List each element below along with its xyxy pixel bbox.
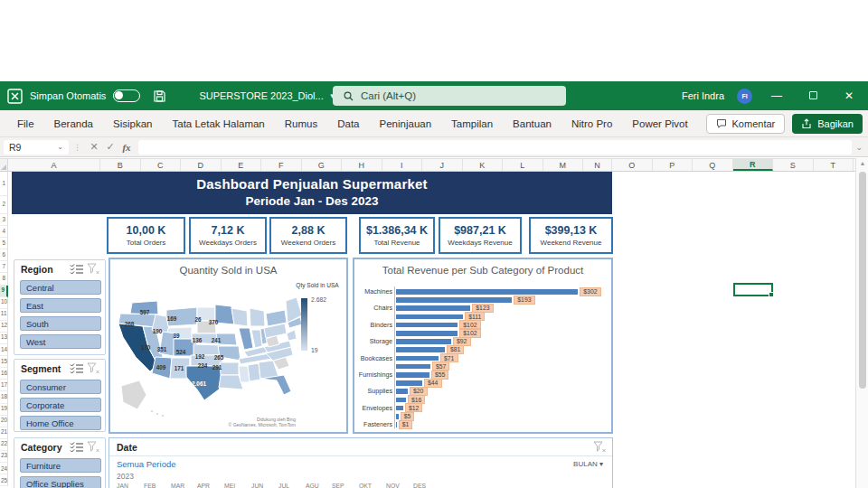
timeline-month-jun[interactable]: JUN xyxy=(251,483,263,488)
row-header-17[interactable]: 17 xyxy=(0,380,8,391)
slicer-item-central[interactable]: Central xyxy=(20,280,101,295)
comments-button[interactable]: Komentar xyxy=(706,114,786,134)
timeline-month-apr[interactable]: APR xyxy=(197,483,210,488)
enter-icon[interactable]: ✓ xyxy=(102,141,118,153)
slicer-item-furniture[interactable]: Furniture xyxy=(20,458,101,473)
row-header-6[interactable]: 6 xyxy=(0,249,8,261)
ribbon-tab-bantuan[interactable]: Bantuan xyxy=(503,113,561,135)
ribbon-tab-data[interactable]: Data xyxy=(327,113,369,135)
timeline-month-jan[interactable]: JAN xyxy=(117,483,128,488)
ribbon-tab-tampilan[interactable]: Tampilan xyxy=(441,113,503,135)
slicer-item-consumer[interactable]: Consumer xyxy=(20,380,101,394)
column-header-K[interactable]: K xyxy=(463,159,504,171)
name-box[interactable]: R9 ⌄ xyxy=(4,140,69,155)
user-name[interactable]: Feri Indra xyxy=(682,90,724,101)
column-header-P[interactable]: P xyxy=(653,159,693,171)
selected-cell-R9[interactable] xyxy=(733,283,773,296)
row-header-9[interactable]: 9 xyxy=(0,286,8,297)
ribbon-tab-file[interactable]: File xyxy=(7,113,44,135)
column-header-E[interactable]: E xyxy=(222,159,262,171)
timeline-month-mar[interactable]: MAR xyxy=(171,483,184,488)
scroll-up-icon[interactable]: ▲ xyxy=(856,160,868,166)
slicer-item-home-office[interactable]: Home Office xyxy=(20,416,101,430)
minimize-button[interactable]: — xyxy=(765,89,788,102)
row-header-10[interactable]: 10 xyxy=(0,297,8,309)
row-header-18[interactable]: 18 xyxy=(0,391,8,403)
slicer-item-east[interactable]: East xyxy=(20,298,101,313)
multiselect-icon[interactable] xyxy=(70,362,84,374)
timeline-month-sep[interactable]: SEP xyxy=(332,483,344,488)
clear-filter-icon[interactable] xyxy=(86,441,100,453)
column-header-F[interactable]: F xyxy=(261,159,302,171)
row-header-21[interactable]: 21 xyxy=(0,427,8,439)
column-header-L[interactable]: L xyxy=(503,159,543,171)
excel-app-icon[interactable] xyxy=(7,89,23,104)
row-header-12[interactable]: 12 xyxy=(0,321,8,333)
slicer-item-office-supplies[interactable]: Office Supplies xyxy=(20,476,101,488)
row-header-2[interactable]: 2 xyxy=(0,196,8,214)
clear-filter-icon[interactable] xyxy=(86,362,100,374)
formula-input[interactable] xyxy=(138,140,852,155)
row-header-13[interactable]: 13 xyxy=(0,333,8,344)
namebox-dropdown-icon[interactable]: ⌄ xyxy=(57,143,63,151)
row-header-14[interactable]: 14 xyxy=(0,344,8,356)
avatar[interactable]: FI xyxy=(737,89,752,104)
map-chart[interactable]: Quantity Sold in USA xyxy=(108,258,348,434)
column-header-S[interactable]: S xyxy=(773,159,814,171)
timeline-month-des[interactable]: DES xyxy=(413,483,426,488)
timeline-month-feb[interactable]: FEB xyxy=(144,483,156,488)
document-title[interactable]: SUPERSTORE 2023_Diol... ▼ xyxy=(199,90,335,101)
save-icon[interactable] xyxy=(153,89,166,103)
autosave-toggle[interactable] xyxy=(113,89,140,102)
row-header-20[interactable]: 20 xyxy=(0,416,8,427)
vertical-scrollbar[interactable]: ▲ xyxy=(855,158,868,488)
timeline-granularity-dropdown[interactable]: BULAN ▾ xyxy=(573,460,603,468)
row-header-15[interactable]: 15 xyxy=(0,356,8,368)
timeline-month-mei[interactable]: MEI xyxy=(224,483,235,488)
ribbon-tab-tata-letak-halaman[interactable]: Tata Letak Halaman xyxy=(162,113,274,135)
scrollbar-thumb[interactable] xyxy=(859,172,866,389)
column-header-D[interactable]: D xyxy=(181,159,222,171)
clear-filter-icon[interactable] xyxy=(592,441,607,453)
ribbon-tab-power-pivot[interactable]: Power Pivot xyxy=(622,113,697,135)
close-button[interactable]: ✕ xyxy=(837,89,861,102)
column-header-B[interactable]: B xyxy=(100,159,141,171)
column-header-A[interactable]: A xyxy=(8,159,100,171)
ribbon-tab-peninjauan[interactable]: Peninjauan xyxy=(370,113,442,135)
clear-filter-icon[interactable] xyxy=(86,263,100,275)
row-header-16[interactable]: 16 xyxy=(0,368,8,380)
column-header-C[interactable]: C xyxy=(141,159,182,171)
timeline-month-agu[interactable]: AGU xyxy=(306,483,319,488)
row-header-4[interactable]: 4 xyxy=(0,226,8,238)
ribbon-tab-nitro-pro[interactable]: Nitro Pro xyxy=(561,113,622,135)
column-header-O[interactable]: O xyxy=(612,159,653,171)
bar-chart[interactable]: Total Revenue per Sub Category of Produc… xyxy=(353,258,613,434)
cancel-icon[interactable]: ✕ xyxy=(86,141,102,153)
row-header-7[interactable]: 7 xyxy=(0,261,8,273)
column-header-G[interactable]: G xyxy=(302,159,343,171)
row-header-5[interactable]: 5 xyxy=(0,238,8,249)
multiselect-icon[interactable] xyxy=(70,263,84,275)
column-header-H[interactable]: H xyxy=(342,159,382,171)
multiselect-icon[interactable] xyxy=(70,441,84,453)
ribbon-tab-rumus[interactable]: Rumus xyxy=(275,113,327,135)
column-header-Q[interactable]: Q xyxy=(693,159,733,171)
row-header-24[interactable]: 24 xyxy=(0,463,8,474)
insert-function-icon[interactable]: fx xyxy=(118,142,135,153)
column-header-J[interactable]: J xyxy=(422,159,463,171)
column-header-T[interactable]: T xyxy=(814,159,854,171)
row-header-1[interactable]: 1 xyxy=(0,172,8,196)
date-timeline-slicer[interactable]: Date Semua Periode BULAN ▾ 2023 JANFEBMA… xyxy=(108,437,613,488)
slicer-item-west[interactable]: West xyxy=(20,334,101,349)
column-header-N[interactable]: N xyxy=(583,159,612,171)
column-header-R[interactable]: R xyxy=(733,159,774,171)
ribbon-tab-sisipkan[interactable]: Sisipkan xyxy=(103,113,162,135)
row-header-8[interactable]: 8 xyxy=(0,273,8,285)
row-header-23[interactable]: 23 xyxy=(0,451,8,463)
row-header-3[interactable]: 3 xyxy=(0,214,8,226)
column-header-I[interactable]: I xyxy=(382,159,423,171)
ribbon-tab-beranda[interactable]: Beranda xyxy=(44,113,103,135)
row-header-22[interactable]: 22 xyxy=(0,439,8,451)
row-header-11[interactable]: 11 xyxy=(0,309,8,321)
timeline-period-label[interactable]: Semua Periode xyxy=(117,459,175,469)
